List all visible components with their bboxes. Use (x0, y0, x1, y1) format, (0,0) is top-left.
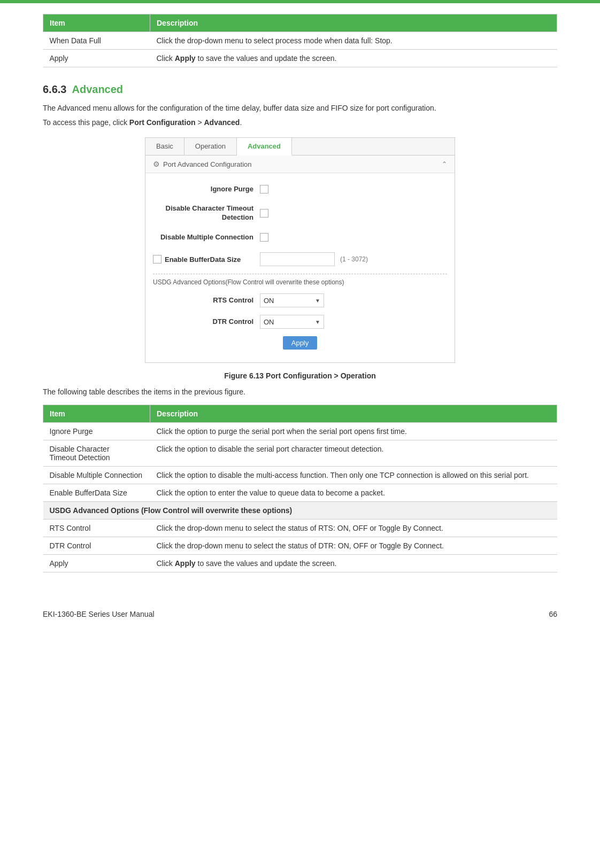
table-cell-item: DTR Control (43, 537, 150, 555)
usdg-header-cell: USDG Advanced Options (Flow Control will… (43, 502, 557, 520)
footer-right: 66 (549, 610, 557, 618)
page-content: Item Description When Data Full Click th… (0, 3, 600, 610)
section-number: 6.6.3 (43, 83, 66, 96)
main-table-col1-header: Item (43, 405, 150, 423)
dtr-arrow-icon: ▼ (315, 319, 320, 325)
ui-section-header-left: ⚙ Port Advanced Configuration (153, 160, 252, 168)
ui-form: Ignore Purge Disable Character TimeoutDe… (145, 173, 455, 362)
table-cell-desc: Click the option to purge the serial por… (150, 423, 557, 440)
table-cell-item: When Data Full (43, 32, 150, 50)
usdg-divider-label: USDG Advanced Options(Flow Control will … (153, 274, 447, 286)
figure-caption: Figure 6.13 Port Configuration > Operati… (43, 371, 557, 380)
range-hint: (1 - 3072) (340, 255, 368, 263)
table-row: Apply Click Apply to save the values and… (43, 50, 557, 67)
label-ignore-purge: Ignore Purge (153, 185, 260, 194)
table-cell-item: Enable BufferData Size (43, 484, 150, 502)
top-table-col1-header: Item (43, 14, 150, 32)
top-table-col2-header: Description (150, 14, 557, 32)
section-access: To access this page, click Port Configur… (43, 118, 557, 127)
table-cell-item: Apply (43, 555, 150, 572)
table-cell-item: Disable CharacterTimeout Detection (43, 440, 150, 467)
apply-button[interactable]: Apply (283, 336, 318, 350)
dtr-value: ON (264, 318, 274, 326)
ui-panel-wrapper: Basic Operation Advanced ⚙ Port Advanced… (43, 137, 557, 363)
table-cell-item: Apply (43, 50, 150, 67)
access-bold2: Advanced (204, 118, 240, 127)
table-row: Ignore Purge Click the option to purge t… (43, 423, 557, 440)
chevron-up-icon: ⌃ (442, 160, 447, 168)
table-cell-desc: Click the drop-down menu to select proce… (150, 32, 557, 50)
section-description: The Advanced menu allows for the configu… (43, 102, 557, 114)
table-cell-desc: Click the drop-down menu to select the s… (150, 520, 557, 537)
ui-apply-row: Apply (153, 336, 447, 350)
table-row: Disable Multiple Connection Click the op… (43, 467, 557, 484)
form-row-rts: RTS Control ON ▼ (153, 293, 447, 307)
tab-basic[interactable]: Basic (145, 138, 184, 155)
ui-panel-body: ⚙ Port Advanced Configuration ⌃ Ignore P… (145, 156, 455, 362)
table-cell-desc: Click Apply to save the values and updat… (150, 50, 557, 67)
form-row-dtr: DTR Control ON ▼ (153, 315, 447, 329)
table-cell-item: Ignore Purge (43, 423, 150, 440)
table-cell-desc: Click the drop-down menu to select the s… (150, 537, 557, 555)
table-row: Apply Click Apply to save the values and… (43, 555, 557, 572)
checkbox-disable-char[interactable] (260, 209, 268, 218)
access-bold1: Port Configuration (129, 118, 196, 127)
ui-tabs: Basic Operation Advanced (145, 138, 455, 156)
section-title: Advanced (72, 83, 123, 96)
section-heading: 6.6.3 Advanced (43, 83, 557, 96)
select-dtr[interactable]: ON ▼ (260, 315, 324, 329)
label-disable-multi: Disable Multiple Connection (153, 233, 260, 242)
table-row-usdg-header: USDG Advanced Options (Flow Control will… (43, 502, 557, 520)
form-row-disable-char: Disable Character TimeoutDetection (153, 204, 447, 222)
label-dtr: DTR Control (153, 317, 260, 327)
table-cell-desc: Click the option to enter the value to q… (150, 484, 557, 502)
check-label-buffer: Enable BufferData Size (153, 255, 260, 264)
ui-panel: Basic Operation Advanced ⚙ Port Advanced… (145, 137, 455, 363)
table-row: Disable CharacterTimeout Detection Click… (43, 440, 557, 467)
tab-operation[interactable]: Operation (184, 138, 237, 155)
input-buffer-size[interactable] (260, 252, 335, 266)
rts-value: ON (264, 297, 274, 305)
table-cell-item: Disable Multiple Connection (43, 467, 150, 484)
table-row: RTS Control Click the drop-down menu to … (43, 520, 557, 537)
table-cell-desc: Click Apply to save the values and updat… (150, 555, 557, 572)
table-row: DTR Control Click the drop-down menu to … (43, 537, 557, 555)
following-text: The following table describes the items … (43, 387, 557, 396)
ui-section-header: ⚙ Port Advanced Configuration ⌃ (145, 156, 455, 173)
checkbox-buffer[interactable] (153, 255, 161, 264)
page-footer: EKI-1360-BE Series User Manual 66 (0, 610, 600, 618)
checkbox-disable-multi[interactable] (260, 233, 268, 242)
main-table-col2-header: Description (150, 405, 557, 423)
form-row-ignore-purge: Ignore Purge (153, 182, 447, 197)
form-row-buffer: Enable BufferData Size (1 - 3072) (153, 252, 447, 266)
main-table: Item Description Ignore Purge Click the … (43, 405, 557, 572)
form-row-disable-multi: Disable Multiple Connection (153, 230, 447, 245)
gear-icon: ⚙ (153, 160, 160, 168)
select-rts[interactable]: ON ▼ (260, 293, 324, 307)
checkbox-ignore-purge[interactable] (260, 185, 268, 193)
table-row: Enable BufferData Size Click the option … (43, 484, 557, 502)
table-cell-desc: Click the option to disable the serial p… (150, 440, 557, 467)
label-rts: RTS Control (153, 296, 260, 305)
panel-section-title: Port Advanced Configuration (163, 160, 252, 168)
label-buffer: Enable BufferData Size (165, 255, 241, 264)
rts-arrow-icon: ▼ (315, 298, 320, 304)
table-row: When Data Full Click the drop-down menu … (43, 32, 557, 50)
tab-advanced[interactable]: Advanced (237, 138, 292, 156)
footer-left: EKI-1360-BE Series User Manual (43, 610, 155, 618)
top-table: Item Description When Data Full Click th… (43, 14, 557, 67)
label-disable-char: Disable Character TimeoutDetection (153, 204, 260, 222)
table-cell-item: RTS Control (43, 520, 150, 537)
table-cell-desc: Click the option to disable the multi-ac… (150, 467, 557, 484)
